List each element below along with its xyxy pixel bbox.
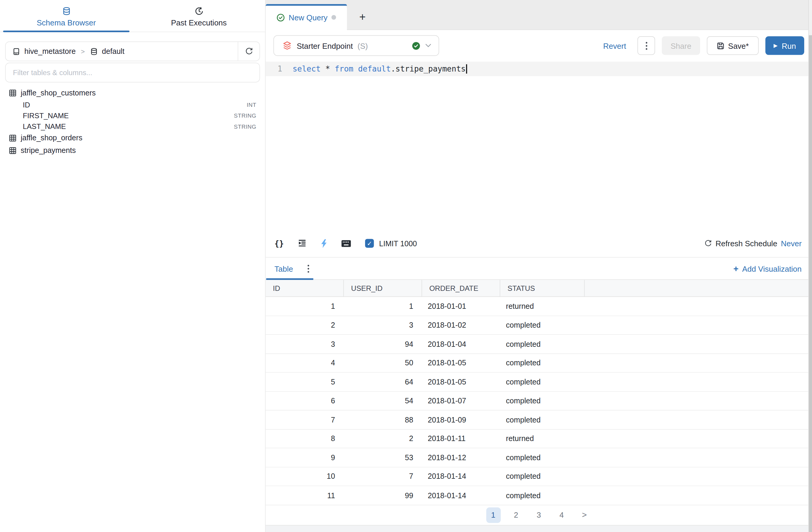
table-cell: 50 bbox=[343, 359, 422, 367]
table-cell: 7 bbox=[343, 472, 422, 480]
table-cell: 99 bbox=[343, 491, 422, 500]
results-header-row: IDUSER_IDORDER_DATESTATUS bbox=[266, 280, 812, 297]
tab-table-visualization[interactable]: Table bbox=[274, 264, 293, 273]
lightning-icon[interactable] bbox=[320, 239, 328, 248]
schema-database-icon bbox=[90, 47, 98, 55]
save-button-label: Save* bbox=[728, 41, 749, 50]
history-icon bbox=[194, 7, 203, 16]
query-actions: Revert Share Save* ▶ bbox=[603, 36, 804, 55]
table-cell: completed bbox=[499, 416, 584, 424]
app-root: Schema Browser Past Executions bbox=[0, 0, 812, 532]
tab-past-executions[interactable]: Past Executions bbox=[132, 0, 265, 32]
column-header-order_date[interactable]: ORDER_DATE bbox=[422, 280, 500, 296]
table-cell: 2018-01-02 bbox=[422, 321, 500, 330]
format-query-icon[interactable]: {} bbox=[274, 239, 284, 248]
column-header-status[interactable]: STATUS bbox=[499, 280, 584, 296]
sql-token: select bbox=[293, 64, 325, 74]
table-cell: 53 bbox=[343, 453, 422, 462]
table-cell: 94 bbox=[343, 340, 422, 348]
keyboard-shortcuts-icon[interactable] bbox=[342, 240, 351, 247]
pagination-page-2[interactable]: 2 bbox=[509, 507, 523, 523]
tab-new-query-label: New Query bbox=[289, 13, 328, 22]
sql-token: .stripe_payments bbox=[391, 64, 465, 74]
schema-table-item[interactable]: jaffle_shop_customers bbox=[0, 86, 265, 99]
limit-toggle[interactable]: ✓ LIMIT 1000 bbox=[365, 239, 417, 248]
endpoint-name: Starter Endpoint bbox=[296, 41, 353, 50]
visualization-menu-button[interactable] bbox=[308, 265, 309, 272]
sql-editor[interactable]: 1 select * from default.stripe_payments bbox=[266, 59, 812, 230]
limit-checkbox[interactable]: ✓ bbox=[365, 239, 374, 248]
query-tabbar: New Query + bbox=[266, 0, 812, 30]
pagination-page-3[interactable]: 3 bbox=[532, 507, 546, 523]
schema-table-item[interactable]: stripe_payments bbox=[0, 144, 265, 157]
table-cell: completed bbox=[499, 491, 584, 500]
sql-code-line[interactable]: 1 select * from default.stripe_payments bbox=[266, 62, 812, 76]
table-row: 11992018-01-14completed bbox=[266, 486, 812, 505]
add-visualization-button[interactable]: + Add Visualization bbox=[734, 264, 801, 273]
breadcrumb-catalog[interactable]: hive_metastore bbox=[24, 47, 76, 56]
scrollbar-thumb[interactable] bbox=[809, 35, 812, 532]
window-scrollbar[interactable] bbox=[808, 0, 812, 532]
table-cell: 11 bbox=[266, 491, 344, 500]
column-header-id[interactable]: ID bbox=[266, 280, 344, 296]
tab-schema-browser[interactable]: Schema Browser bbox=[0, 0, 132, 32]
new-tab-button[interactable]: + bbox=[352, 4, 373, 30]
revert-button[interactable]: Revert bbox=[603, 41, 626, 50]
query-toolbar: Starter Endpoint (S) Revert bbox=[266, 30, 812, 58]
table-cell: 9 bbox=[266, 453, 344, 462]
table-cell: completed bbox=[499, 321, 584, 330]
table-row: 232018-01-02completed bbox=[266, 316, 812, 335]
schema-column-name: ID bbox=[23, 100, 30, 109]
kebab-icon bbox=[646, 42, 647, 50]
refresh-schedule-icon bbox=[704, 239, 712, 247]
refresh-schedule-value[interactable]: Never bbox=[781, 239, 801, 248]
table-cell: 2018-01-07 bbox=[422, 396, 500, 405]
table-row: 4502018-01-05completed bbox=[266, 354, 812, 373]
schema-table-name: jaffle_shop_orders bbox=[20, 134, 82, 142]
endpoint-status-icon bbox=[412, 41, 420, 50]
catalog-icon bbox=[13, 47, 20, 55]
schema-column-item[interactable]: LAST_NAME STRING bbox=[0, 121, 265, 132]
table-cell: 2018-01-04 bbox=[422, 340, 500, 348]
tab-past-executions-label: Past Executions bbox=[171, 18, 227, 27]
share-button[interactable]: Share bbox=[662, 36, 700, 55]
refresh-schema-button[interactable] bbox=[238, 42, 260, 60]
refresh-schedule-label: Refresh Schedule bbox=[715, 239, 777, 248]
results-header: Table + Add Visualization bbox=[266, 257, 812, 280]
limit-label: LIMIT 1000 bbox=[379, 239, 417, 248]
table-cell: completed bbox=[499, 396, 584, 405]
indent-icon[interactable] bbox=[298, 239, 306, 248]
table-row: 6542018-01-07completed bbox=[266, 392, 812, 410]
table-cell: 64 bbox=[343, 378, 422, 386]
sidebar: Schema Browser Past Executions bbox=[0, 0, 266, 532]
sql-endpoint-icon bbox=[282, 41, 292, 51]
save-icon bbox=[716, 42, 724, 50]
database-icon bbox=[62, 7, 71, 16]
breadcrumb-schema[interactable]: default bbox=[102, 47, 125, 56]
table-cell: returned bbox=[499, 302, 584, 310]
save-button[interactable]: Save* bbox=[707, 36, 758, 55]
table-cell: completed bbox=[499, 453, 584, 462]
line-number: 1 bbox=[266, 64, 282, 74]
breadcrumb[interactable]: hive_metastore > default bbox=[6, 47, 238, 56]
pagination-page-4[interactable]: 4 bbox=[554, 507, 569, 523]
tab-schema-browser-label: Schema Browser bbox=[37, 18, 96, 27]
table-cell: 1 bbox=[343, 302, 422, 310]
pagination-page-1[interactable]: 1 bbox=[486, 507, 501, 523]
column-header-user_id[interactable]: USER_ID bbox=[343, 280, 422, 296]
more-actions-button[interactable] bbox=[637, 36, 655, 55]
chevron-down-icon bbox=[425, 43, 431, 47]
table-cell: 7 bbox=[266, 416, 344, 424]
kebab-icon bbox=[308, 265, 309, 272]
schema-column-item[interactable]: ID INT bbox=[0, 99, 265, 110]
table-cell: completed bbox=[499, 359, 584, 367]
schema-column-item[interactable]: FIRST_NAME STRING bbox=[0, 110, 265, 121]
tab-new-query[interactable]: New Query bbox=[266, 4, 347, 30]
add-visualization-label: Add Visualization bbox=[742, 264, 801, 273]
schema-table-item[interactable]: jaffle_shop_orders bbox=[0, 132, 265, 144]
table-cell: 2018-01-05 bbox=[422, 359, 500, 367]
pagination-next-button[interactable]: > bbox=[577, 507, 591, 523]
endpoint-selector[interactable]: Starter Endpoint (S) bbox=[274, 35, 439, 56]
filter-tables-input[interactable] bbox=[5, 63, 260, 83]
run-button[interactable]: ▶ Run bbox=[765, 36, 804, 55]
